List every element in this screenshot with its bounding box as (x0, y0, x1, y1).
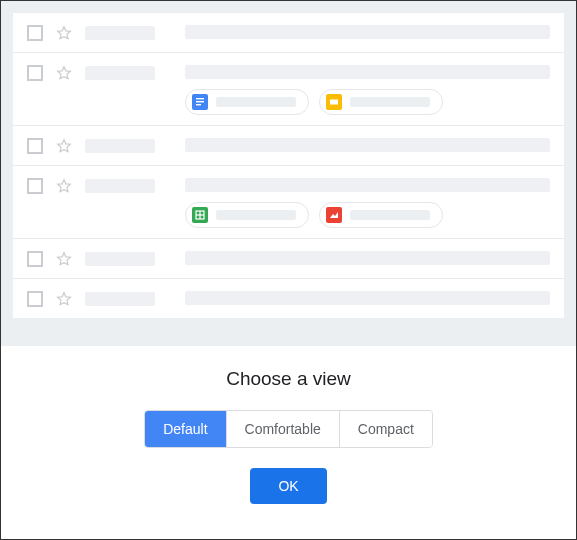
svg-rect-0 (196, 98, 204, 99)
attachment-chip-docs[interactable] (185, 89, 309, 115)
checkbox-icon[interactable] (27, 25, 43, 41)
checkbox-icon[interactable] (27, 251, 43, 267)
slides-icon (326, 94, 342, 110)
row-body (185, 289, 550, 305)
star-icon[interactable] (55, 24, 73, 42)
row-body (185, 136, 550, 152)
sender-skeleton (85, 292, 155, 306)
checkbox-icon[interactable] (27, 138, 43, 154)
sender-skeleton (85, 139, 155, 153)
star-icon[interactable] (55, 177, 73, 195)
subject-skeleton (185, 138, 550, 152)
checkbox-icon[interactable] (27, 178, 43, 194)
sender-skeleton (85, 252, 155, 266)
row-body (185, 249, 550, 265)
attachment-chip-slides[interactable] (319, 89, 443, 115)
sender-skeleton (85, 179, 155, 193)
dialog-title: Choose a view (226, 368, 351, 390)
email-row (13, 279, 564, 318)
chip-label-skeleton (350, 97, 430, 107)
star-icon[interactable] (55, 290, 73, 308)
density-preview (1, 1, 576, 346)
star-icon[interactable] (55, 137, 73, 155)
sender-skeleton (85, 26, 155, 40)
row-body (185, 63, 550, 115)
svg-rect-1 (196, 101, 204, 102)
ok-button[interactable]: OK (250, 468, 326, 504)
subject-skeleton (185, 291, 550, 305)
chip-label-skeleton (216, 210, 296, 220)
chip-label-skeleton (216, 97, 296, 107)
density-option-compact[interactable]: Compact (339, 411, 432, 447)
sender-skeleton (85, 66, 155, 80)
density-option-default[interactable]: Default (145, 411, 225, 447)
svg-marker-7 (330, 212, 338, 218)
docs-icon (192, 94, 208, 110)
sheets-icon (192, 207, 208, 223)
density-segmented-control: Default Comfortable Compact (144, 410, 433, 448)
chip-label-skeleton (350, 210, 430, 220)
email-row (13, 166, 564, 239)
svg-rect-2 (196, 104, 201, 105)
email-row (13, 13, 564, 53)
image-icon (326, 207, 342, 223)
subject-skeleton (185, 25, 550, 39)
density-option-comfortable[interactable]: Comfortable (226, 411, 339, 447)
choose-view-panel: Choose a view Default Comfortable Compac… (1, 346, 576, 522)
email-row (13, 126, 564, 166)
subject-skeleton (185, 251, 550, 265)
svg-rect-3 (330, 100, 338, 105)
attachment-chip-sheets[interactable] (185, 202, 309, 228)
attachment-chips (185, 89, 550, 115)
row-body (185, 23, 550, 39)
checkbox-icon[interactable] (27, 65, 43, 81)
star-icon[interactable] (55, 250, 73, 268)
subject-skeleton (185, 178, 550, 192)
email-list-preview (13, 13, 564, 318)
email-row (13, 239, 564, 279)
row-body (185, 176, 550, 228)
email-row (13, 53, 564, 126)
checkbox-icon[interactable] (27, 291, 43, 307)
attachment-chip-image[interactable] (319, 202, 443, 228)
attachment-chips (185, 202, 550, 228)
subject-skeleton (185, 65, 550, 79)
star-icon[interactable] (55, 64, 73, 82)
